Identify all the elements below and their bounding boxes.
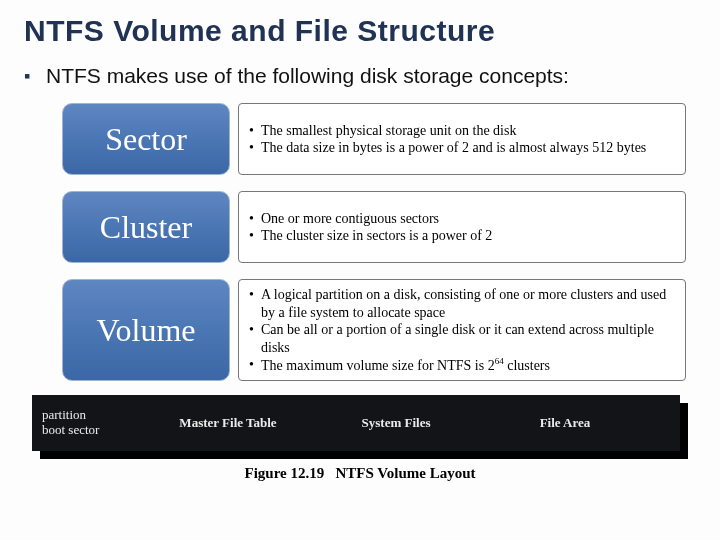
concept-desc-sector: •The smallest physical storage unit on t… bbox=[238, 103, 686, 175]
desc-text: A logical partition on a disk, consistin… bbox=[261, 286, 675, 321]
bullet-dot-icon: • bbox=[249, 122, 261, 140]
bullet-dot-icon: • bbox=[249, 227, 261, 245]
desc-bullet: •Can be all or a portion of a single dis… bbox=[249, 321, 675, 356]
slide: NTFS Volume and File Structure ▪ NTFS ma… bbox=[0, 0, 720, 540]
concept-badge-volume: Volume bbox=[62, 279, 230, 381]
diagram-body: partition boot sector Master File Table … bbox=[32, 395, 680, 451]
figure-caption-label: Figure 12.19 bbox=[244, 465, 324, 481]
volume-layout-diagram: partition boot sector Master File Table … bbox=[32, 395, 688, 459]
desc-bullet: •One or more contiguous sectors bbox=[249, 210, 675, 228]
concept-desc-cluster: •One or more contiguous sectors •The clu… bbox=[238, 191, 686, 263]
concept-volume: Volume •A logical partition on a disk, c… bbox=[62, 279, 686, 381]
desc-text: The maximum volume size for NTFS is 264 … bbox=[261, 356, 675, 374]
desc-bullet: •The data size in bytes is a power of 2 … bbox=[249, 139, 675, 157]
desc-text: One or more contiguous sectors bbox=[261, 210, 675, 228]
bullet-dot-icon: • bbox=[249, 356, 261, 374]
desc-text: Can be all or a portion of a single disk… bbox=[261, 321, 675, 356]
concepts-list: Sector •The smallest physical storage un… bbox=[62, 103, 686, 381]
intro-row: ▪ NTFS makes use of the following disk s… bbox=[24, 64, 696, 89]
desc-bullet: •The maximum volume size for NTFS is 264… bbox=[249, 356, 675, 374]
intro-bullet-icon: ▪ bbox=[24, 64, 46, 89]
concept-desc-volume: •A logical partition on a disk, consisti… bbox=[238, 279, 686, 381]
concept-cluster: Cluster •One or more contiguous sectors … bbox=[62, 191, 686, 263]
desc-bullet: •The smallest physical storage unit on t… bbox=[249, 122, 675, 140]
bullet-dot-icon: • bbox=[249, 210, 261, 228]
figure-caption-text: NTFS Volume Layout bbox=[335, 465, 475, 481]
figure-caption: Figure 12.19 NTFS Volume Layout bbox=[24, 465, 696, 482]
desc-text: The cluster size in sectors is a power o… bbox=[261, 227, 675, 245]
layout-partition-boot-sector: partition boot sector bbox=[32, 404, 114, 442]
bullet-dot-icon: • bbox=[249, 321, 261, 356]
desc-bullet: •A logical partition on a disk, consisti… bbox=[249, 286, 675, 321]
intro-text: NTFS makes use of the following disk sto… bbox=[46, 64, 569, 88]
desc-text: The data size in bytes is a power of 2 a… bbox=[261, 139, 675, 157]
concept-badge-cluster: Cluster bbox=[62, 191, 230, 263]
desc-bullet: •The cluster size in sectors is a power … bbox=[249, 227, 675, 245]
layout-file-area: File Area bbox=[450, 411, 680, 435]
desc-text: The smallest physical storage unit on th… bbox=[261, 122, 675, 140]
concept-sector: Sector •The smallest physical storage un… bbox=[62, 103, 686, 175]
concept-badge-sector: Sector bbox=[62, 103, 230, 175]
layout-system-files: System Files bbox=[342, 412, 450, 435]
layout-master-file-table: Master File Table bbox=[114, 411, 342, 435]
bullet-dot-icon: • bbox=[249, 139, 261, 157]
bullet-dot-icon: • bbox=[249, 286, 261, 321]
slide-title: NTFS Volume and File Structure bbox=[24, 14, 696, 48]
